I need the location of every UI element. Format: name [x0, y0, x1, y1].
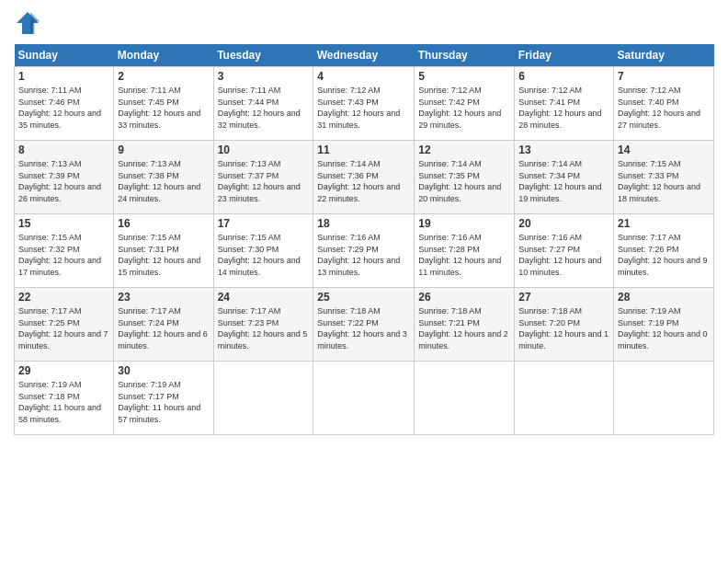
day-number: 12 [418, 144, 510, 156]
weekday-header: Wednesday [313, 44, 415, 67]
calendar-week-row: 15Sunrise: 7:15 AMSunset: 7:32 PMDayligh… [15, 214, 714, 288]
calendar-day-cell: 19Sunrise: 7:16 AMSunset: 7:28 PMDayligh… [415, 214, 515, 288]
logo-icon [14, 9, 41, 37]
day-info: Sunrise: 7:14 AMSunset: 7:35 PMDaylight:… [418, 158, 510, 204]
day-number: 15 [18, 217, 109, 230]
calendar-day-cell: 2Sunrise: 7:11 AMSunset: 7:45 PMDaylight… [114, 67, 213, 141]
calendar-day-cell: 11Sunrise: 7:14 AMSunset: 7:36 PMDayligh… [313, 141, 415, 214]
calendar-day-cell: 14Sunrise: 7:15 AMSunset: 7:33 PMDayligh… [614, 141, 714, 214]
calendar-week-row: 22Sunrise: 7:17 AMSunset: 7:25 PMDayligh… [15, 288, 714, 362]
day-info: Sunrise: 7:13 AMSunset: 7:38 PMDaylight:… [118, 158, 209, 204]
day-info: Sunrise: 7:15 AMSunset: 7:33 PMDaylight:… [618, 158, 710, 204]
calendar-day-cell [415, 362, 515, 435]
calendar-day-cell: 16Sunrise: 7:15 AMSunset: 7:31 PMDayligh… [114, 214, 213, 288]
weekday-header-row: SundayMondayTuesdayWednesdayThursdayFrid… [15, 44, 714, 67]
day-info: Sunrise: 7:16 AMSunset: 7:28 PMDaylight:… [418, 232, 510, 278]
day-number: 10 [218, 144, 310, 156]
logo [14, 9, 45, 37]
day-info: Sunrise: 7:12 AMSunset: 7:42 PMDaylight:… [418, 85, 510, 131]
calendar-day-cell: 28Sunrise: 7:19 AMSunset: 7:19 PMDayligh… [614, 288, 714, 362]
day-info: Sunrise: 7:14 AMSunset: 7:36 PMDaylight:… [317, 158, 410, 204]
header [14, 9, 714, 37]
day-info: Sunrise: 7:17 AMSunset: 7:23 PMDaylight:… [218, 305, 310, 351]
calendar-day-cell: 15Sunrise: 7:15 AMSunset: 7:32 PMDayligh… [15, 214, 114, 288]
day-info: Sunrise: 7:18 AMSunset: 7:20 PMDaylight:… [518, 305, 609, 351]
day-info: Sunrise: 7:19 AMSunset: 7:17 PMDaylight:… [118, 379, 209, 425]
day-number: 29 [18, 364, 109, 377]
day-number: 2 [118, 70, 209, 83]
calendar-day-cell: 21Sunrise: 7:17 AMSunset: 7:26 PMDayligh… [614, 214, 714, 288]
calendar-day-cell: 22Sunrise: 7:17 AMSunset: 7:25 PMDayligh… [15, 288, 114, 362]
day-number: 9 [118, 144, 209, 156]
day-info: Sunrise: 7:13 AMSunset: 7:39 PMDaylight:… [18, 158, 109, 204]
day-number: 22 [18, 291, 109, 304]
day-info: Sunrise: 7:12 AMSunset: 7:41 PMDaylight:… [518, 85, 609, 131]
day-number: 1 [18, 70, 109, 83]
calendar-day-cell: 23Sunrise: 7:17 AMSunset: 7:24 PMDayligh… [114, 288, 213, 362]
day-info: Sunrise: 7:11 AMSunset: 7:45 PMDaylight:… [118, 85, 209, 131]
weekday-header: Monday [114, 44, 213, 67]
day-number: 6 [518, 70, 609, 83]
day-info: Sunrise: 7:12 AMSunset: 7:43 PMDaylight:… [317, 85, 410, 131]
calendar-day-cell: 9Sunrise: 7:13 AMSunset: 7:38 PMDaylight… [114, 141, 213, 214]
day-number: 3 [218, 70, 310, 83]
day-number: 27 [518, 291, 609, 304]
calendar-day-cell: 5Sunrise: 7:12 AMSunset: 7:42 PMDaylight… [415, 67, 515, 141]
day-number: 8 [18, 144, 109, 156]
weekday-header: Thursday [415, 44, 515, 67]
calendar-day-cell: 27Sunrise: 7:18 AMSunset: 7:20 PMDayligh… [515, 288, 614, 362]
calendar-week-row: 29Sunrise: 7:19 AMSunset: 7:18 PMDayligh… [15, 362, 714, 435]
weekday-header: Saturday [614, 44, 714, 67]
calendar-day-cell: 29Sunrise: 7:19 AMSunset: 7:18 PMDayligh… [15, 362, 114, 435]
day-number: 20 [518, 217, 609, 230]
day-number: 24 [218, 291, 310, 304]
calendar-day-cell: 25Sunrise: 7:18 AMSunset: 7:22 PMDayligh… [313, 288, 415, 362]
weekday-header: Sunday [15, 44, 114, 67]
day-number: 25 [317, 291, 410, 304]
day-info: Sunrise: 7:15 AMSunset: 7:32 PMDaylight:… [18, 232, 109, 278]
day-number: 14 [618, 144, 710, 156]
day-number: 26 [418, 291, 510, 304]
day-number: 19 [418, 217, 510, 230]
day-info: Sunrise: 7:11 AMSunset: 7:44 PMDaylight:… [218, 85, 310, 131]
day-info: Sunrise: 7:16 AMSunset: 7:29 PMDaylight:… [317, 232, 410, 278]
day-number: 13 [518, 144, 609, 156]
calendar-day-cell: 10Sunrise: 7:13 AMSunset: 7:37 PMDayligh… [213, 141, 313, 214]
calendar-day-cell: 26Sunrise: 7:18 AMSunset: 7:21 PMDayligh… [415, 288, 515, 362]
day-number: 16 [118, 217, 209, 230]
day-number: 17 [218, 217, 310, 230]
weekday-header: Friday [515, 44, 614, 67]
svg-marker-0 [17, 12, 39, 34]
day-number: 18 [317, 217, 410, 230]
calendar-week-row: 1Sunrise: 7:11 AMSunset: 7:46 PMDaylight… [15, 67, 714, 141]
day-info: Sunrise: 7:17 AMSunset: 7:26 PMDaylight:… [618, 232, 710, 278]
day-number: 4 [317, 70, 410, 83]
day-info: Sunrise: 7:19 AMSunset: 7:18 PMDaylight:… [18, 379, 109, 425]
day-info: Sunrise: 7:16 AMSunset: 7:27 PMDaylight:… [518, 232, 609, 278]
day-number: 11 [317, 144, 410, 156]
day-info: Sunrise: 7:15 AMSunset: 7:30 PMDaylight:… [218, 232, 310, 278]
calendar-day-cell: 13Sunrise: 7:14 AMSunset: 7:34 PMDayligh… [515, 141, 614, 214]
day-info: Sunrise: 7:18 AMSunset: 7:22 PMDaylight:… [317, 305, 410, 351]
day-info: Sunrise: 7:15 AMSunset: 7:31 PMDaylight:… [118, 232, 209, 278]
calendar-day-cell: 30Sunrise: 7:19 AMSunset: 7:17 PMDayligh… [114, 362, 213, 435]
calendar-day-cell: 3Sunrise: 7:11 AMSunset: 7:44 PMDaylight… [213, 67, 313, 141]
calendar-day-cell [515, 362, 614, 435]
day-info: Sunrise: 7:11 AMSunset: 7:46 PMDaylight:… [18, 85, 109, 131]
calendar-day-cell [313, 362, 415, 435]
day-number: 5 [418, 70, 510, 83]
weekday-header: Tuesday [213, 44, 313, 67]
calendar-day-cell: 7Sunrise: 7:12 AMSunset: 7:40 PMDaylight… [614, 67, 714, 141]
calendar-day-cell: 12Sunrise: 7:14 AMSunset: 7:35 PMDayligh… [415, 141, 515, 214]
calendar-week-row: 8Sunrise: 7:13 AMSunset: 7:39 PMDaylight… [15, 141, 714, 214]
day-number: 23 [118, 291, 209, 304]
calendar-day-cell: 6Sunrise: 7:12 AMSunset: 7:41 PMDaylight… [515, 67, 614, 141]
page-container: SundayMondayTuesdayWednesdayThursdayFrid… [0, 0, 728, 444]
day-number: 7 [618, 70, 710, 83]
day-number: 28 [618, 291, 710, 304]
calendar-day-cell [213, 362, 313, 435]
day-info: Sunrise: 7:13 AMSunset: 7:37 PMDaylight:… [218, 158, 310, 204]
calendar-day-cell: 1Sunrise: 7:11 AMSunset: 7:46 PMDaylight… [15, 67, 114, 141]
day-info: Sunrise: 7:19 AMSunset: 7:19 PMDaylight:… [618, 305, 710, 351]
day-info: Sunrise: 7:14 AMSunset: 7:34 PMDaylight:… [518, 158, 609, 204]
